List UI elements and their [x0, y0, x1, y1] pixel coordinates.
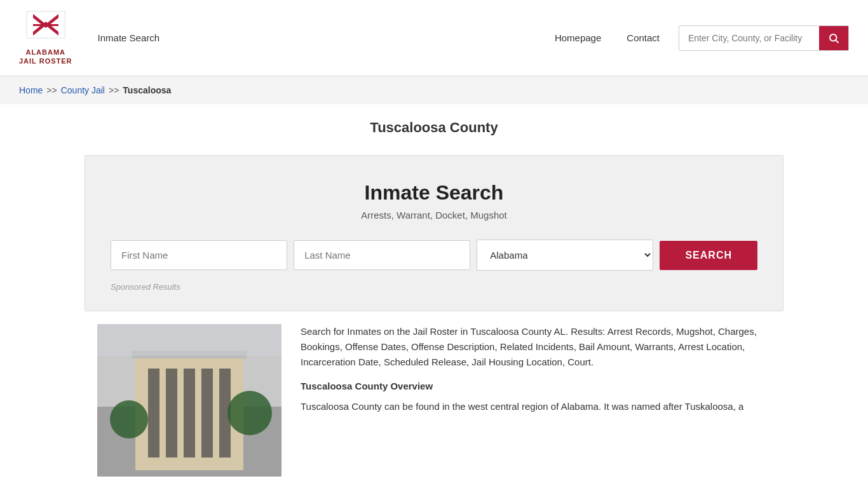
search-card-subtitle: Arrests, Warrant, Docket, Mugshot	[111, 210, 757, 220]
county-building-image	[97, 324, 281, 477]
breadcrumb-county-jail[interactable]: County Jail	[61, 85, 105, 95]
svg-line-5	[836, 40, 838, 43]
search-button[interactable]: SEARCH	[660, 241, 757, 270]
content-description: Search for Inmates on the Jail Roster in…	[301, 324, 771, 370]
site-logo[interactable]: ALABAMA JAIL ROSTER	[19, 10, 72, 65]
svg-rect-11	[184, 369, 195, 458]
breadcrumb-sep2: >>	[109, 85, 119, 95]
svg-rect-10	[166, 369, 177, 458]
first-name-input[interactable]	[111, 240, 287, 270]
logo-icon	[24, 10, 68, 48]
breadcrumb-current: Tuscaloosa	[123, 85, 171, 95]
sponsored-label: Sponsored Results	[111, 282, 757, 292]
building-svg	[97, 324, 281, 477]
nav-homepage[interactable]: Homepage	[555, 32, 601, 43]
header-search	[679, 25, 849, 51]
last-name-input[interactable]	[294, 240, 470, 270]
overview-title: Tuscaloosa County Overview	[301, 379, 771, 394]
svg-rect-12	[201, 369, 213, 458]
search-card-title: Inmate Search	[111, 181, 757, 205]
header-search-input[interactable]	[679, 27, 819, 50]
main-nav: Homepage Contact	[548, 32, 660, 43]
header-search-button[interactable]	[819, 26, 848, 50]
content-text: Search for Inmates on the Jail Roster in…	[301, 324, 771, 423]
search-card: Inmate Search Arrests, Warrant, Docket, …	[85, 155, 783, 311]
svg-rect-9	[148, 369, 159, 458]
svg-point-4	[830, 34, 837, 41]
breadcrumb-area: Home >> County Jail >> Tuscaloosa	[0, 76, 868, 104]
breadcrumb-sep1: >>	[46, 85, 57, 95]
site-name: ALABAMA JAIL ROSTER	[19, 48, 72, 65]
state-select[interactable]: AlabamaAlaskaArizonaArkansasCaliforniaCo…	[477, 240, 653, 271]
nav-contact[interactable]: Contact	[627, 32, 660, 43]
page-title-area: Tuscaloosa County	[0, 104, 868, 142]
svg-point-15	[110, 400, 148, 438]
svg-rect-3	[33, 24, 58, 26]
overview-text: Tuscaloosa County can be found in the we…	[301, 399, 771, 414]
header-right: Homepage Contact	[548, 25, 849, 51]
nav-inmate-search[interactable]: Inmate Search	[98, 32, 160, 43]
content-area: Search for Inmates on the Jail Roster in…	[85, 324, 783, 477]
search-form: AlabamaAlaskaArizonaArkansasCaliforniaCo…	[111, 240, 757, 271]
svg-point-16	[227, 391, 272, 435]
svg-rect-17	[97, 324, 281, 356]
page-title: Tuscaloosa County	[19, 119, 849, 136]
search-icon	[828, 32, 839, 44]
breadcrumb-home[interactable]: Home	[19, 85, 43, 95]
breadcrumb: Home >> County Jail >> Tuscaloosa	[19, 85, 849, 95]
site-header: ALABAMA JAIL ROSTER Inmate Search Homepa…	[0, 0, 868, 76]
